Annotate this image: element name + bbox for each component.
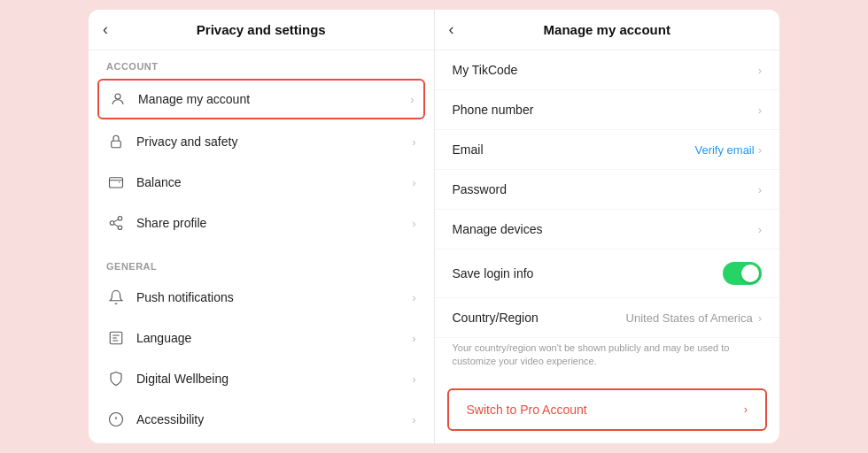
password-chevron: › [758, 183, 762, 196]
balance-chevron: › [412, 176, 415, 189]
section-label-general: GENERAL [89, 250, 434, 277]
manage-devices-label: Manage devices [453, 222, 758, 236]
text-icon [106, 328, 126, 348]
push-notifications-label: Push notifications [136, 290, 412, 304]
section-label-account: ACCOUNT [89, 50, 434, 77]
language-label: Language [136, 331, 412, 345]
manage-account-label: Manage my account [138, 92, 410, 106]
svg-rect-2 [110, 178, 123, 188]
menu-item-balance[interactable]: Balance › [89, 162, 434, 203]
digital-wellbeing-chevron: › [412, 372, 415, 386]
menu-item-accessibility[interactable]: Accessibility › [89, 399, 434, 440]
svg-point-0 [115, 94, 120, 99]
digital-wellbeing-label: Digital Wellbeing [136, 372, 412, 386]
phone-number-chevron: › [758, 104, 762, 117]
digital-wellbeing-icon [106, 369, 126, 388]
menu-item-manage-devices[interactable]: Manage devices › [435, 210, 780, 250]
right-panel: ‹ Manage my account My TikCode › Phone n… [435, 10, 780, 443]
privacy-safety-label: Privacy and safety [136, 134, 412, 149]
password-label: Password [453, 182, 758, 196]
svg-point-4 [110, 221, 114, 226]
accessibility-chevron: › [412, 413, 415, 426]
share-profile-label: Share profile [136, 216, 412, 230]
menu-item-language[interactable]: Language › [89, 318, 434, 358]
bell-icon [106, 288, 126, 307]
right-back-arrow[interactable]: ‹ [449, 20, 454, 39]
share-icon [106, 213, 126, 233]
country-region-value: United States of America [626, 311, 753, 325]
my-tikcode-chevron: › [758, 64, 762, 77]
svg-point-5 [118, 226, 122, 230]
left-panel: ‹ Privacy and settings ACCOUNT Manage my… [89, 10, 435, 443]
svg-line-7 [113, 219, 118, 222]
menu-item-push-notifications[interactable]: Push notifications › [89, 277, 434, 318]
country-note: Your country/region won't be shown publi… [435, 338, 780, 381]
privacy-safety-chevron: › [412, 135, 415, 149]
switch-pro-label: Switch to Pro Account [467, 403, 744, 417]
menu-item-share-profile[interactable]: Share profile › [89, 203, 434, 243]
manage-account-chevron: › [410, 93, 414, 106]
svg-point-3 [118, 217, 122, 221]
manage-devices-chevron: › [758, 223, 762, 236]
lock-icon [106, 132, 126, 151]
verify-email-link[interactable]: Verify email [694, 143, 754, 157]
panels-container: ‹ Privacy and settings ACCOUNT Manage my… [89, 10, 779, 443]
country-region-chevron: › [758, 311, 762, 325]
email-label: Email [453, 142, 695, 157]
menu-item-digital-wellbeing[interactable]: Digital Wellbeing › [89, 358, 434, 399]
switch-pro-account-item[interactable]: Switch to Pro Account › [447, 388, 768, 431]
phone-number-label: Phone number [453, 103, 758, 117]
switch-pro-chevron: › [744, 403, 748, 416]
wallet-icon [106, 173, 126, 192]
save-login-info-label: Save login info [453, 266, 724, 280]
my-tikcode-label: My TikCode [453, 63, 758, 77]
menu-item-password[interactable]: Password › [435, 170, 780, 210]
right-panel-title: Manage my account [544, 22, 670, 37]
menu-item-country-region[interactable]: Country/Region United States of America … [435, 298, 780, 338]
svg-rect-1 [112, 141, 121, 148]
menu-item-my-tikcode[interactable]: My TikCode › [435, 50, 780, 90]
balance-label: Balance [136, 175, 412, 189]
accessibility-icon [106, 410, 126, 429]
language-chevron: › [412, 332, 415, 345]
push-notifications-chevron: › [412, 291, 415, 304]
menu-item-manage-account[interactable]: Manage my account › [97, 79, 425, 119]
menu-item-email[interactable]: Email Verify email › [435, 130, 780, 170]
menu-item-privacy-safety[interactable]: Privacy and safety › [89, 121, 434, 162]
share-profile-chevron: › [412, 217, 415, 230]
country-region-label: Country/Region [453, 311, 626, 325]
left-panel-title: Privacy and settings [197, 22, 326, 37]
email-chevron: › [758, 143, 762, 157]
menu-item-save-login-info[interactable]: Save login info [435, 250, 780, 298]
menu-item-phone-number[interactable]: Phone number › [435, 90, 780, 130]
svg-line-6 [113, 224, 118, 226]
accessibility-label: Accessibility [136, 412, 412, 426]
save-login-toggle[interactable] [723, 262, 762, 285]
left-back-arrow[interactable]: ‹ [103, 20, 108, 39]
left-panel-header: ‹ Privacy and settings [89, 10, 434, 50]
right-panel-header: ‹ Manage my account [435, 10, 780, 50]
user-icon [108, 89, 128, 109]
